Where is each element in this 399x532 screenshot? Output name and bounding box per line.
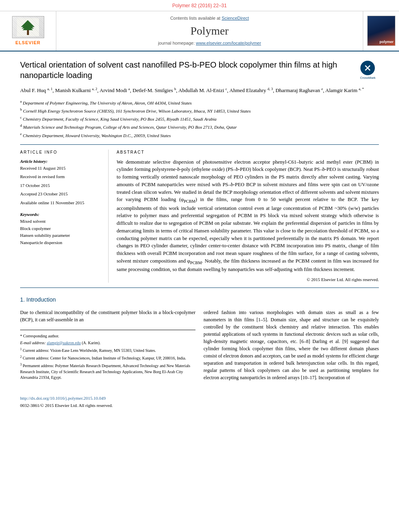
sciencedirect-link[interactable]: ScienceDirect: [222, 16, 249, 21]
crossmark-svg: [364, 64, 372, 72]
abstract-header: ABSTRACT: [117, 150, 379, 155]
doi-link[interactable]: http://dx.doi.org/10.1016/j.polymer.2015…: [20, 395, 379, 401]
intro-right-text: ordered fashion into various morphologie…: [204, 309, 379, 381]
affil-a: a Department of Polymer Engineering, The…: [20, 99, 379, 106]
keyword-1: Mixed solvent: [20, 218, 102, 224]
svg-marker-4: [23, 25, 33, 30]
author-1: Abul F. Huq a, 1: [20, 87, 53, 93]
section-divider: [20, 144, 379, 145]
authors-line: Abul F. Huq a, 1, Manish Kulkarni a, 2, …: [20, 86, 379, 95]
elsevier-tree-logo: [12, 16, 44, 38]
revised-label: Received in revised form: [20, 174, 102, 180]
intro-title: 1. Introduction: [20, 296, 379, 304]
footnote-1: 1 Current address: Vision-Ease Lens Worl…: [20, 347, 195, 353]
history-label: Article history:: [20, 158, 102, 164]
introduction-section: 1. Introduction Due to chemical incompat…: [20, 296, 379, 382]
affil-c: c Chemistry Department, Faculty of Scien…: [20, 115, 379, 122]
keyword-3: Hansen solubility parameter: [20, 232, 102, 238]
doi-text: http://dx.doi.org/10.1016/j.polymer.2015…: [20, 396, 106, 401]
main-content: Vertical orientation of solvent cast nan…: [0, 51, 399, 390]
footnotes-area: * Corresponding author. E-mail address: …: [20, 330, 195, 380]
homepage-link[interactable]: www.elsevier.com/locate/polymer: [196, 41, 261, 45]
author-6: Ahmed Elzatahry d, 3: [229, 87, 273, 93]
svg-rect-0: [17, 18, 39, 36]
journal-name: Polymer: [191, 23, 229, 39]
intro-body: Due to chemical incompatibility of the c…: [20, 309, 379, 382]
author-2: Manish Kulkarni a, 2: [55, 87, 97, 93]
journal-citation: Polymer 82 (2016) 22–31: [172, 3, 226, 8]
contents-text: Contents lists available at: [170, 16, 220, 21]
email-link[interactable]: alamgir@uakron.edu: [47, 341, 80, 345]
elsevier-text: ELSEVIER: [15, 40, 40, 46]
crossmark-badge[interactable]: CrossMark: [357, 60, 379, 82]
intro-left-col: Due to chemical incompatibility of the c…: [20, 309, 195, 382]
revised-date: 17 October 2015: [20, 183, 102, 189]
abstract-col: ABSTRACT We demonstrate selective disper…: [117, 150, 379, 283]
journal-header-center: Contents lists available at ScienceDirec…: [56, 11, 363, 51]
received-date: Received 11 August 2015: [20, 165, 102, 171]
intro-right-col: ordered fashion into various morphologie…: [204, 309, 379, 382]
intro-number: 1.: [20, 296, 25, 303]
footnote-email: E-mail address: alamgir@uakron.edu (A. K…: [20, 340, 195, 346]
journal-homepage-line: journal homepage: www.elsevier.com/locat…: [158, 40, 261, 46]
affil-e: e Chemistry Department, Howard Universit…: [20, 131, 379, 139]
affil-d: d Materials Science and Technology Progr…: [20, 123, 379, 130]
sciencedirect-line: Contents lists available at ScienceDirec…: [170, 15, 249, 21]
crossmark-label: CrossMark: [360, 76, 376, 80]
author-8: Alamgir Karim a, *: [325, 87, 364, 93]
abstract-text: We demonstrate selective dispersion of p…: [117, 158, 379, 273]
polymer-thumb-text: polymer: [379, 39, 393, 45]
intro-title-text: Introduction: [27, 296, 56, 303]
copyright-line: © 2015 Elsevier Ltd. All rights reserved…: [117, 277, 379, 283]
elsevier-logo: ELSEVIER: [12, 16, 44, 46]
svg-rect-1: [27, 30, 29, 35]
svg-marker-2: [21, 20, 35, 27]
footnote-3: 3 Permanent address: Polymer Materials R…: [20, 362, 195, 380]
keyword-4: Nanoparticle dispersion: [20, 240, 102, 246]
keywords-header: Keywords:: [20, 212, 102, 218]
title-text: Vertical orientation of solvent cast nan…: [20, 60, 337, 80]
tree-svg: [17, 18, 39, 36]
accepted-date: Accepted 23 October 2015: [20, 191, 102, 197]
footnote-sym-star: *: [20, 334, 22, 338]
affiliations: a Department of Polymer Engineering, The…: [20, 99, 379, 139]
footnote-star: * Corresponding author.: [20, 333, 195, 339]
issn-text: 0032-3861/© 2015 Elsevier Ltd. All right…: [20, 403, 379, 409]
keyword-2: Block copolymer: [20, 226, 102, 232]
intro-left-text: Due to chemical incompatibility of the c…: [20, 309, 195, 323]
page-footer: http://dx.doi.org/10.1016/j.polymer.2015…: [0, 395, 399, 409]
svg-marker-3: [22, 23, 34, 29]
article-info-abstract: ARTICLE INFO Article history: Received 1…: [20, 150, 379, 283]
available-date: Available online 11 November 2015: [20, 200, 102, 206]
homepage-text: journal homepage:: [158, 41, 195, 45]
polymer-thumbnail: polymer: [367, 16, 395, 46]
author-7: Dharmaraj Raghavan e: [276, 87, 323, 93]
article-title: Vertical orientation of solvent cast nan…: [20, 60, 379, 80]
keywords-section: Keywords: Mixed solvent Block copolymer …: [20, 212, 102, 246]
top-bar: Polymer 82 (2016) 22–31: [0, 0, 399, 11]
journal-header: ELSEVIER Contents lists available at Sci…: [0, 11, 399, 51]
author-3: Arvind Modi a: [100, 87, 130, 93]
intro-divider: [20, 288, 379, 288]
footnote-2: 2 Current address: Center for Nanoscienc…: [20, 355, 195, 361]
author-4: Detlef-M. Smilgies b: [133, 87, 176, 93]
article-info-header: ARTICLE INFO: [20, 150, 102, 155]
elsevier-logo-area: ELSEVIER: [0, 11, 56, 51]
affil-b: b Cornell High Energy Synchrotron Source…: [20, 107, 379, 114]
crossmark-icon: [360, 61, 375, 75]
article-info-col: ARTICLE INFO Article history: Received 1…: [20, 150, 109, 283]
author-5: Abdullah M. Al-Enizi c: [179, 87, 227, 93]
journal-logo-right: polymer: [363, 11, 399, 51]
